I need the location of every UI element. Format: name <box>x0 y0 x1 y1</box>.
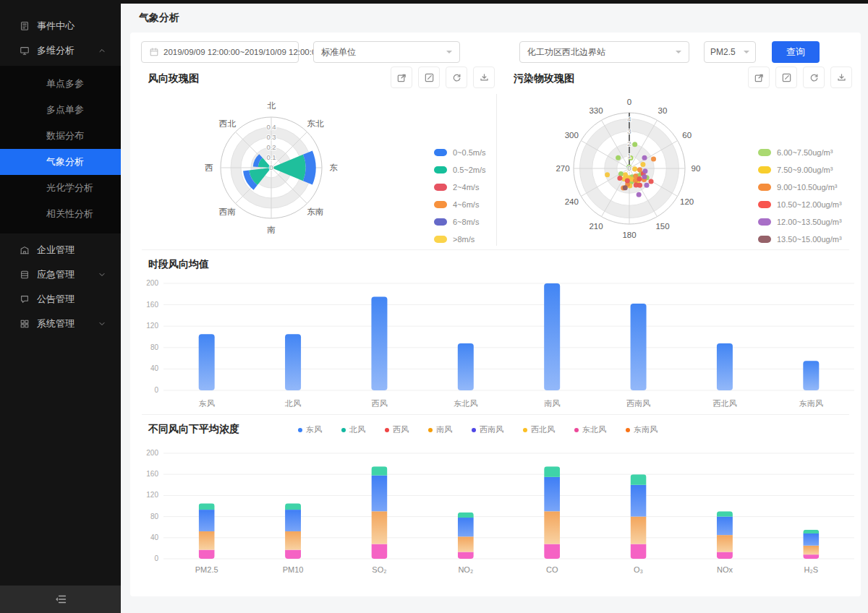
building-icon <box>20 245 30 255</box>
sidebar-item-label: 应急管理 <box>37 268 75 281</box>
date-range-picker[interactable]: 2019/09/09 12:00:00~2019/10/09 12:00:00 <box>141 41 299 63</box>
legend-dot <box>626 428 630 432</box>
sidebar-item-0[interactable]: 事件中心 <box>0 14 121 38</box>
sidebar-item-2[interactable]: 企业管理 <box>0 238 121 262</box>
legend-swatch <box>758 166 771 173</box>
legend-dot <box>472 428 476 432</box>
svg-text:200: 200 <box>146 449 158 457</box>
wind-rose-toolbar <box>391 67 495 88</box>
wind-rose-title: 风向玫瑰图 <box>148 72 199 85</box>
legend-item[interactable]: 0.5~2m/s <box>434 166 486 174</box>
export-button[interactable] <box>748 67 770 88</box>
sidebar-subitem-光化学分析[interactable]: 光化学分析 <box>0 175 121 201</box>
sidebar-subitem-数据分布[interactable]: 数据分布 <box>0 123 121 149</box>
legend-item[interactable]: 10.50~12.00ug/m³ <box>758 200 842 209</box>
legend-item[interactable]: 东北风 <box>574 424 606 435</box>
search-button[interactable]: 查询 <box>772 41 820 63</box>
legend-label: 4~6m/s <box>453 200 479 209</box>
svg-text:40: 40 <box>150 364 159 372</box>
sidebar-item-4[interactable]: 公告管理 <box>0 287 121 312</box>
legend-item[interactable]: 西北风 <box>523 424 555 435</box>
legend-item[interactable]: 12.00~13.50ug/m³ <box>758 218 842 226</box>
legend-item[interactable]: 东南风 <box>626 424 658 435</box>
legend-label: 0~0.5m/s <box>453 148 486 157</box>
caret-down-icon <box>676 51 681 56</box>
legend-item[interactable]: 6~8m/s <box>434 218 486 226</box>
refresh-icon <box>451 72 462 83</box>
refresh-button[interactable] <box>446 67 467 88</box>
avg-by-wind-title: 不同风向下平均浓度 <box>148 423 239 436</box>
calendar-icon <box>149 47 159 57</box>
legend-item[interactable]: 2~4m/s <box>434 183 486 192</box>
caret-down-icon <box>744 51 749 56</box>
sidebar-subitem-气象分析[interactable]: 气象分析 <box>0 149 121 175</box>
sidebar-item-5[interactable]: 系统管理 <box>0 312 121 336</box>
svg-text:210: 210 <box>589 222 603 231</box>
sidebar-subitem-相关性分析[interactable]: 相关性分析 <box>0 201 121 227</box>
legend-swatch <box>434 166 447 173</box>
legend-label: 9.00~10.50ug/m³ <box>777 183 837 192</box>
svg-text:270: 270 <box>556 164 569 173</box>
wind-avg-title: 时段风向均值 <box>148 258 209 271</box>
legend-item[interactable]: >8m/s <box>434 235 486 244</box>
legend-item[interactable]: 13.50~15.00ug/m³ <box>758 235 842 244</box>
pollutant-rose-chart: 432100306090120150180210240270300330 <box>535 83 723 255</box>
refresh-button[interactable] <box>803 67 825 88</box>
section-divider <box>142 249 849 250</box>
legend-item[interactable]: 4~6m/s <box>434 200 486 209</box>
wind-rose-chart: 0.40.30.20.10北东北东东南南西南西西北 <box>188 87 354 250</box>
export-button[interactable] <box>391 67 412 88</box>
download-button[interactable] <box>473 67 495 88</box>
legend-item[interactable]: 北风 <box>341 424 365 435</box>
svg-text:PM10: PM10 <box>283 565 304 574</box>
legend-item[interactable]: 6.00~7.50ug/m³ <box>758 148 842 157</box>
pollutant-select[interactable]: PM2.5 <box>704 41 756 63</box>
legend-item[interactable]: 9.00~10.50ug/m³ <box>758 183 842 192</box>
sidebar-item-1[interactable]: 多维分析 <box>0 38 121 63</box>
legend-label: 东风 <box>306 424 322 435</box>
sidebar-item-label: 企业管理 <box>37 244 75 257</box>
legend-item[interactable]: 0~0.5m/s <box>434 148 486 157</box>
svg-text:东北风: 东北风 <box>454 399 477 408</box>
svg-text:0: 0 <box>269 163 273 171</box>
legend-swatch <box>434 236 447 243</box>
legend-label: 北风 <box>349 424 365 435</box>
download-button[interactable] <box>830 67 852 88</box>
legend-item[interactable]: 西风 <box>385 424 409 435</box>
sidebar-collapse-button[interactable] <box>0 586 121 613</box>
svg-text:西北: 西北 <box>219 119 237 128</box>
sidebar-menu: 事件中心多维分析单点多参多点单参数据分布气象分析光化学分析相关性分析企业管理应急… <box>0 0 121 336</box>
svg-text:南风: 南风 <box>544 399 560 408</box>
legend-swatch <box>434 184 447 191</box>
sidebar-subitem-多点单参[interactable]: 多点单参 <box>0 97 121 123</box>
legend-item[interactable]: 西南风 <box>472 424 503 435</box>
sidebar-submenu: 单点多参多点单参数据分布气象分析光化学分析相关性分析 <box>0 66 121 233</box>
legend-item[interactable]: 南风 <box>428 424 452 435</box>
chevron-down-icon <box>98 320 106 328</box>
legend-label: 12.00~13.50ug/m³ <box>777 218 842 226</box>
legend-dot <box>298 428 302 432</box>
pollutant-rose-toolbar <box>748 67 852 88</box>
svg-text:H₂S: H₂S <box>804 565 819 574</box>
legend-label: 10.50~12.00ug/m³ <box>777 200 842 209</box>
edit-button[interactable] <box>775 67 797 88</box>
svg-text:东南: 东南 <box>307 207 323 216</box>
legend-label: 东北风 <box>582 424 606 435</box>
sidebar-subitem-单点多参[interactable]: 单点多参 <box>0 71 121 97</box>
edit-button[interactable] <box>418 67 440 88</box>
unit-select-value: 标准单位 <box>321 46 356 59</box>
svg-text:80: 80 <box>150 513 159 520</box>
station-select[interactable]: 化工功区西北边界站 <box>519 41 689 63</box>
svg-text:0.2: 0.2 <box>266 143 276 151</box>
sidebar-item-3[interactable]: 应急管理 <box>0 262 121 287</box>
svg-text:200: 200 <box>146 279 158 287</box>
svg-text:O₃: O₃ <box>634 565 643 574</box>
legend-label: 0.5~2m/s <box>453 166 486 174</box>
legend-swatch <box>434 149 447 156</box>
legend-label: 西风 <box>393 424 409 435</box>
svg-text:0.4: 0.4 <box>266 123 276 131</box>
svg-text:160: 160 <box>146 470 158 478</box>
unit-select[interactable]: 标准单位 <box>313 41 460 63</box>
legend-item[interactable]: 7.50~9.00ug/m³ <box>758 166 842 174</box>
legend-item[interactable]: 东风 <box>298 424 322 435</box>
